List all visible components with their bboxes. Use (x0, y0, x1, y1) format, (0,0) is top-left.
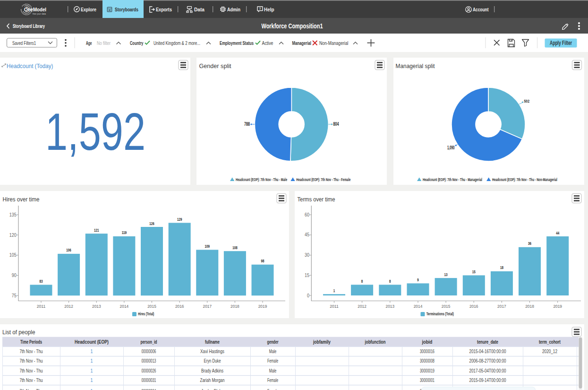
svg-text:1,592: 1,592 (45, 103, 145, 161)
svg-text:Headcount (Today): Headcount (Today) (7, 62, 53, 69)
svg-text:Female: Female (267, 388, 278, 390)
svg-text:United Kingdom & 2 more...: United Kingdom & 2 more... (153, 40, 200, 46)
svg-text:Terms over time: Terms over time (298, 196, 335, 203)
svg-text:Headcount (EOP): 7th Nov - Thu: Headcount (EOP): 7th Nov - Thu - Female (296, 177, 350, 182)
svg-text:No filter: No filter (97, 40, 111, 46)
svg-text:30000001: 30000001 (420, 377, 435, 383)
svg-text:60: 60 (305, 212, 309, 217)
svg-text:00000006: 00000006 (142, 348, 156, 354)
svg-text:129: 129 (177, 217, 182, 222)
svg-text:2014: 2014 (414, 304, 423, 309)
svg-text:Headcount (EOP): 7th Nov - Thu: Headcount (EOP): 7th Nov - Thu - Manager… (423, 177, 482, 182)
svg-text:00000026: 00000026 (142, 368, 156, 373)
svg-text:2011: 2011 (330, 304, 339, 309)
svg-text:108: 108 (232, 245, 238, 250)
svg-text:106: 106 (66, 248, 71, 252)
svg-text:98: 98 (261, 259, 264, 263)
svg-text:2017: 2017 (203, 304, 212, 309)
svg-text:Female: Female (267, 358, 278, 364)
svg-text:2016: 2016 (469, 304, 478, 309)
svg-text:13: 13 (444, 272, 448, 277)
svg-text:Admin: Admin (227, 7, 240, 12)
svg-text:Jorden Blake: Jorden Blake (201, 388, 223, 390)
svg-text:Explore: Explore (81, 7, 96, 12)
svg-text:Zariah Morgan: Zariah Morgan (200, 377, 225, 383)
svg-text:502: 502 (524, 98, 530, 104)
svg-text:Terminations (Total): Terminations (Total) (426, 312, 454, 316)
svg-text:18: 18 (500, 265, 503, 270)
svg-text:Age: Age (86, 40, 92, 46)
svg-text:90: 90 (12, 273, 17, 278)
svg-text:121: 121 (94, 228, 99, 233)
svg-text:120: 120 (9, 233, 17, 238)
svg-text:109: 109 (205, 244, 210, 249)
svg-text:8: 8 (361, 279, 363, 284)
svg-text:7th Nov - Thu: 7th Nov - Thu (20, 358, 43, 364)
svg-text:8: 8 (389, 279, 391, 284)
svg-text:44: 44 (556, 231, 559, 235)
svg-text:1: 1 (91, 358, 93, 364)
svg-text:804: 804 (333, 121, 339, 127)
svg-text:Data: Data (194, 7, 205, 12)
svg-text:83: 83 (40, 279, 43, 284)
svg-text:2017-05-04T00:00:00: 2017-05-04T00:00:00 (469, 368, 506, 373)
svg-text:Male: Male (269, 368, 277, 373)
svg-text:?: ? (259, 7, 261, 10)
svg-text:2018: 2018 (230, 304, 239, 309)
svg-text:Gender split: Gender split (199, 62, 231, 69)
svg-text:7th Nov - Thu: 7th Nov - Thu (20, 348, 43, 354)
svg-text:30000019: 30000019 (420, 368, 435, 373)
svg-text:Apply Filter: Apply Filter (550, 40, 572, 46)
svg-text:2013: 2013 (386, 304, 395, 309)
svg-text:30000016: 30000016 (420, 348, 435, 354)
svg-text:7th Nov - Thu: 7th Nov - Thu (20, 368, 43, 373)
svg-text:Storyboards: Storyboards (115, 7, 138, 12)
svg-text:Headcount (EOP): Headcount (EOP) (75, 339, 109, 345)
svg-text:Eryn Duke: Eryn Duke (204, 358, 221, 364)
svg-text:jobfunction: jobfunction (365, 339, 386, 345)
svg-text:Employment Status: Employment Status (220, 40, 254, 46)
svg-text:Country: Country (130, 40, 144, 46)
svg-text:2014: 2014 (120, 304, 129, 309)
svg-text:36: 36 (528, 241, 531, 246)
svg-text:Storyboard Library: Storyboard Library (13, 23, 45, 29)
svg-text:Active: Active (262, 40, 273, 46)
svg-text:75: 75 (12, 293, 17, 298)
svg-text:jobid: jobid (422, 339, 433, 345)
svg-text:gender: gender (267, 339, 279, 345)
svg-text:Male: Male (269, 348, 277, 354)
svg-text:2018: 2018 (525, 304, 534, 309)
svg-text:30000008: 30000008 (420, 358, 435, 364)
svg-text:788: 788 (244, 121, 250, 127)
svg-text:Brady Adkins: Brady Adkins (201, 368, 223, 373)
svg-text:2019: 2019 (258, 304, 267, 309)
svg-text:fullname: fullname (205, 339, 220, 345)
svg-text:tenure_date: tenure_date (477, 339, 498, 345)
svg-text:2015: 2015 (442, 304, 451, 309)
svg-text:9: 9 (417, 277, 419, 282)
svg-text:2015-04-16T00:00:00: 2015-04-16T00:00:00 (469, 348, 506, 354)
svg-text:119: 119 (122, 230, 127, 235)
svg-text:45: 45 (305, 232, 309, 237)
svg-text:2013: 2013 (92, 304, 101, 309)
svg-text:1: 1 (91, 388, 93, 390)
svg-text:Female: Female (267, 377, 278, 383)
svg-text:30: 30 (305, 252, 309, 258)
svg-text:1: 1 (91, 368, 93, 373)
svg-text:2012: 2012 (358, 304, 366, 309)
svg-text:Account: Account (473, 7, 489, 12)
svg-text:Xavi Hastings: Xavi Hastings (200, 348, 224, 354)
svg-text:1,090: 1,090 (447, 145, 455, 150)
svg-text:Headcount (EOP): 7th Nov - Thu: Headcount (EOP): 7th Nov - Thu - Non-Man… (492, 177, 557, 182)
svg-text:person_id: person_id (141, 339, 157, 345)
svg-text:135: 135 (9, 212, 17, 217)
svg-text:List of people: List of people (2, 329, 35, 336)
svg-text:OneModel: OneModel (24, 7, 46, 12)
svg-text:2015-09-14T00:00:00: 2015-09-14T00:00:00 (469, 377, 506, 383)
svg-text:7th Nov - Thu: 7th Nov - Thu (20, 377, 43, 383)
svg-text:00000013: 00000013 (142, 358, 156, 364)
svg-text:Time Periods: Time Periods (20, 339, 42, 345)
svg-text:Help: Help (264, 7, 274, 12)
svg-text:0: 0 (307, 293, 309, 298)
svg-text:Workforce Composition1: Workforce Composition1 (262, 22, 323, 30)
